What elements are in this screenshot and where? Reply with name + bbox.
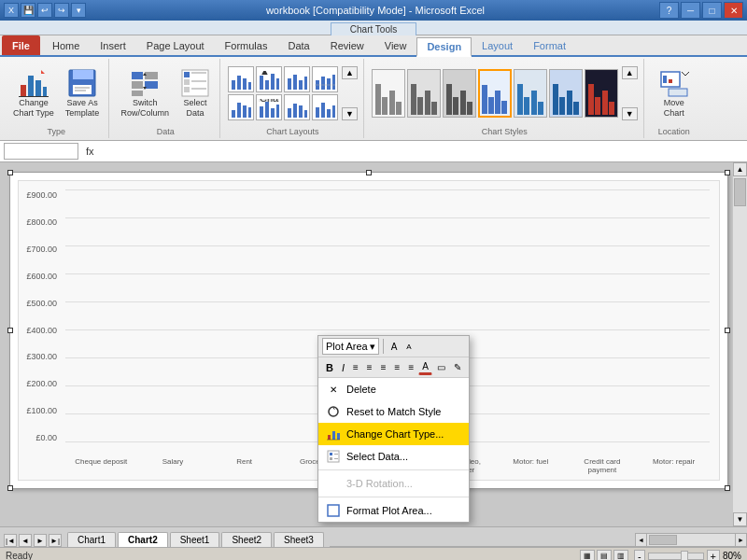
name-box[interactable]: [4, 143, 78, 160]
handle-tr[interactable]: [725, 170, 730, 175]
formula-input[interactable]: [102, 146, 743, 157]
chart-style-4[interactable]: [478, 69, 512, 118]
fx-button[interactable]: fx: [82, 146, 98, 157]
sheet-nav-last[interactable]: ►|: [49, 534, 62, 547]
border-btn[interactable]: ✎: [450, 360, 465, 374]
tab-data[interactable]: Data: [277, 35, 319, 55]
zoom-in-btn[interactable]: +: [707, 550, 720, 561]
select-data-button[interactable]: SelectData: [176, 66, 214, 120]
zoom-out-btn[interactable]: -: [634, 550, 645, 561]
zoom-slider[interactable]: [648, 553, 704, 560]
handle-tl[interactable]: [7, 170, 13, 175]
ctx-change-chart-type[interactable]: Change Chart Type...: [318, 423, 469, 445]
ribbon-group-chart-layouts: ▲ Chart Title: [222, 59, 364, 138]
align-right-btn[interactable]: ≡: [377, 360, 390, 374]
chart-layouts-scroll-up[interactable]: ▲: [342, 66, 358, 79]
bold-btn[interactable]: B: [322, 360, 337, 375]
change-chart-type-button[interactable]: ChangeChart Type: [9, 66, 58, 120]
chart-style-1[interactable]: [372, 69, 405, 118]
maximize-button[interactable]: □: [702, 2, 722, 19]
switch-row-col-button[interactable]: SwitchRow/Column: [117, 66, 173, 120]
tab-layout[interactable]: Layout: [472, 35, 523, 55]
svg-rect-51: [288, 108, 291, 118]
chart-layout-1[interactable]: [228, 66, 254, 92]
chart-layout-6[interactable]: Chart Title: [256, 94, 282, 120]
align-left-btn[interactable]: ≡: [349, 360, 362, 374]
font-color-btn[interactable]: A: [418, 359, 432, 375]
ctx-delete[interactable]: ✕ Delete: [318, 378, 469, 400]
tab-formulas[interactable]: Formulas: [215, 35, 278, 55]
chart-style-6[interactable]: [549, 69, 583, 118]
tab-format[interactable]: Format: [523, 35, 576, 55]
chart-layouts-scroll-down[interactable]: ▼: [342, 107, 358, 120]
highlight-btn[interactable]: ▭: [433, 360, 449, 374]
ctx-format-plot-area[interactable]: Format Plot Area...: [318, 499, 469, 522]
vscroll-up[interactable]: ▲: [733, 162, 747, 176]
sheet-tab-chart2[interactable]: Chart2: [118, 532, 168, 547]
align-justify-btn[interactable]: ≡: [391, 360, 404, 374]
sheet-tab-sheet1[interactable]: Sheet1: [170, 532, 220, 547]
tab-home[interactable]: Home: [42, 35, 90, 55]
chart-layout-3[interactable]: [284, 66, 310, 92]
sheet-tab-sheet3[interactable]: Sheet3: [274, 532, 324, 547]
chart-styles-scroll-down[interactable]: ▼: [622, 107, 638, 120]
ctx-select-data[interactable]: Select Data...: [318, 445, 469, 468]
ctx-reset-style[interactable]: Reset to Match Style: [318, 400, 469, 423]
dropdown-icon[interactable]: ▾: [71, 3, 86, 18]
change-chart-icon: [326, 427, 341, 441]
hscroll-thumb[interactable]: [649, 535, 677, 545]
hscroll-left[interactable]: ◄: [636, 534, 647, 546]
chart-layout-7[interactable]: [284, 94, 310, 120]
minimize-button[interactable]: ─: [681, 2, 700, 19]
page-break-view-btn[interactable]: ▥: [613, 550, 628, 561]
horizontal-scrollbar[interactable]: ◄ ►: [635, 533, 747, 547]
tab-review[interactable]: Review: [320, 35, 374, 55]
help-button[interactable]: ?: [659, 2, 679, 19]
handle-mr[interactable]: [725, 328, 730, 333]
tab-pagelayout[interactable]: Page Layout: [136, 35, 215, 55]
redo-icon[interactable]: ↪: [54, 3, 69, 18]
sheet-tab-sheet2[interactable]: Sheet2: [221, 532, 272, 547]
tab-view[interactable]: View: [374, 35, 417, 55]
tab-design[interactable]: Design: [416, 37, 472, 57]
sheet-tab-chart1[interactable]: Chart1: [67, 532, 116, 547]
tab-file[interactable]: File: [2, 35, 40, 55]
handle-br[interactable]: [725, 485, 730, 491]
normal-view-btn[interactable]: ▦: [580, 550, 595, 561]
handle-tc[interactable]: [366, 170, 372, 175]
plot-area-dropdown[interactable]: Plot Area ▾: [322, 338, 379, 355]
font-size-btn[interactable]: A: [388, 340, 402, 354]
save-as-template-button[interactable]: Save AsTemplate: [62, 66, 104, 120]
chart-style-7[interactable]: [585, 69, 618, 118]
chart-style-2[interactable]: [407, 69, 441, 118]
move-chart-button[interactable]: MoveChart: [655, 66, 693, 120]
chart-styles-scroll-up[interactable]: ▲: [622, 66, 638, 79]
zoom-slider-thumb[interactable]: [681, 551, 688, 561]
vertical-scrollbar[interactable]: ▲ ▼: [733, 162, 747, 526]
align-center-btn[interactable]: ≡: [363, 360, 376, 374]
align-extra-btn[interactable]: ≡: [404, 360, 417, 374]
chart-layout-5[interactable]: [228, 94, 254, 120]
vscroll-down[interactable]: ▼: [733, 512, 747, 526]
sheet-nav-prev[interactable]: ◄: [19, 534, 32, 547]
chart-layout-2[interactable]: ▲: [256, 66, 282, 92]
font-size-small-btn[interactable]: A: [402, 341, 415, 353]
chart-layout-4[interactable]: [312, 66, 338, 92]
undo-icon[interactable]: ↩: [37, 3, 52, 18]
svg-rect-70: [330, 457, 332, 460]
tab-insert[interactable]: Insert: [90, 35, 136, 55]
sheet-nav-next[interactable]: ►: [34, 534, 47, 547]
save-icon[interactable]: 💾: [21, 3, 35, 18]
handle-bl[interactable]: [7, 485, 13, 491]
italic-btn[interactable]: I: [338, 360, 348, 375]
page-layout-view-btn[interactable]: ▤: [597, 550, 612, 561]
hscroll-right[interactable]: ►: [735, 534, 746, 546]
chart-style-5[interactable]: [514, 69, 547, 118]
chart-style-3[interactable]: [443, 69, 476, 118]
handle-ml[interactable]: [7, 328, 13, 333]
vscroll-thumb[interactable]: [734, 178, 746, 206]
close-button[interactable]: ✕: [724, 2, 743, 19]
chart-layout-8[interactable]: [312, 94, 338, 120]
sheet-nav-first[interactable]: |◄: [4, 534, 17, 547]
svg-rect-66: [337, 433, 340, 440]
